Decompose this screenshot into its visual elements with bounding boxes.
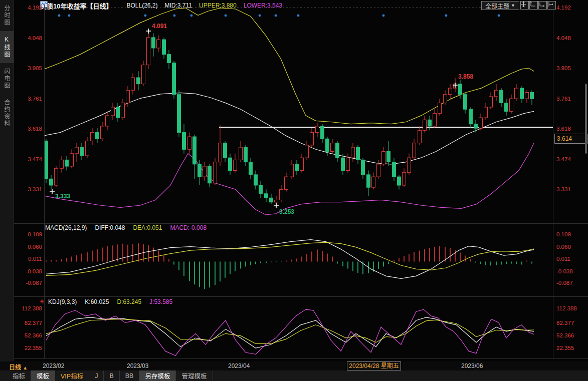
tab-J[interactable]: J [89,370,104,381]
candle [121,103,125,118]
sidebar-item-K线图[interactable]: K线图 [0,31,14,63]
plot-right-border [553,5,553,358]
candle [65,160,69,166]
candle [80,147,84,156]
left-sidebar: 分时图K线图闪电图合约资料 [0,0,14,361]
candle [45,141,48,179]
axis-label: 3.618 [556,125,586,132]
candle [361,160,365,175]
candle [418,130,422,143]
sidebar-item-分时图[interactable]: 分时图 [0,0,14,31]
event-dot [498,15,500,17]
price-annotation: 3.253 [279,208,294,215]
candle [60,160,64,168]
event-dot [382,15,385,17]
candle [229,158,232,170]
candle [500,90,503,103]
candle [310,133,314,145]
kdj-k-value: K:60.025 [85,298,109,305]
move-icon[interactable] [520,1,529,10]
main-chart-header: 美债10年收益率【日线】 BOLL(26,2) MID:3.711 UPPER:… [40,1,282,10]
candle [377,164,380,177]
candle [203,166,207,177]
event-dot [297,15,300,17]
scale-y-axis-icon[interactable] [529,1,538,10]
tab-管理模板[interactable]: 管理模板 [176,370,213,381]
axis-label: -0.038 [556,268,586,275]
candle [50,179,53,185]
tab-B[interactable]: B [104,370,119,381]
price-annotation: 4.091 [152,23,167,30]
axis-label: 3.761 [556,95,586,102]
event-dot [190,15,193,17]
candle [167,55,171,63]
candle [224,143,227,158]
diff-line [46,240,534,279]
candle [244,147,248,162]
axis-label: 0.011 [556,255,586,262]
boll-lower [44,143,534,215]
time-axis: 日线 ▲ 2023/04/28 星期五 2023/022023/032023/0… [0,361,588,371]
theme-dropdown-label: 全部主题 [485,2,509,10]
candle [382,152,385,164]
price-annotation: 3.858 [458,73,473,80]
macd-diff-value: DIFF:0.048 [95,224,125,231]
tab-另存模板[interactable]: 另存模板 [139,370,176,381]
candle [177,95,181,133]
candle [346,158,350,170]
page-title: 美债10年收益率【日线】 [40,1,112,11]
pan-right-icon[interactable] [547,1,556,10]
charts-canvas[interactable] [0,0,588,381]
candle [106,116,109,126]
sidebar-item-合约资料[interactable]: 合约资料 [0,94,14,132]
candle [469,109,473,124]
candle [444,95,447,103]
candle [479,118,483,128]
boll-lower-value: LOWER:3.543 [244,2,282,9]
axis-label: 0.060 [14,243,42,250]
candle [530,92,534,99]
candle [423,120,427,130]
axis-label: 3.905 [556,65,586,72]
candle [505,103,508,112]
candle [172,63,176,94]
candle [393,162,396,177]
candle [188,137,191,149]
sidebar-item-闪电图[interactable]: 闪电图 [0,63,14,94]
time-axis-label: 2023/03 [127,362,148,369]
theme-dropdown[interactable]: 全部主题 ▼ [481,1,519,10]
vertical-scrollbar[interactable] [585,84,587,154]
axis-label: 0.060 [556,243,586,250]
candle [55,168,58,185]
tab-VIP指标[interactable]: VIP指标 [55,370,89,381]
tab-BB[interactable]: BB [120,370,140,381]
axis-label: 3.331 [14,186,42,193]
tab-指标[interactable]: 指标 [7,370,31,381]
candle [152,38,155,48]
scale-x-axis-icon[interactable] [538,1,547,10]
plot-left-border [44,5,45,358]
candle [459,84,462,95]
candle [525,92,529,99]
bottom-tab-bar: 指标模板VIP指标JBBB另存模板管理模板 [0,370,588,381]
axis-label: -0.087 [14,279,42,286]
tab-模板[interactable]: 模板 [31,370,55,381]
candle [305,145,309,158]
candle [254,175,258,185]
candle [285,177,288,189]
candle [449,88,452,95]
candle [484,107,488,118]
kdj-label: KDJ(9,3,3) [48,298,77,305]
candle [214,162,217,183]
candle [520,88,524,99]
candle [433,114,437,126]
period-selector[interactable]: 日线 ▲ [9,362,28,371]
divider [14,296,588,297]
candle [193,137,197,164]
axis-label: 4.048 [556,35,586,42]
candle [162,40,166,55]
event-dot [58,15,61,17]
candle [290,164,294,177]
event-dot [173,15,176,17]
kdj-header: KDJ(9,3,3) K:60.025 D:63.245 J:53.585 [48,298,172,305]
